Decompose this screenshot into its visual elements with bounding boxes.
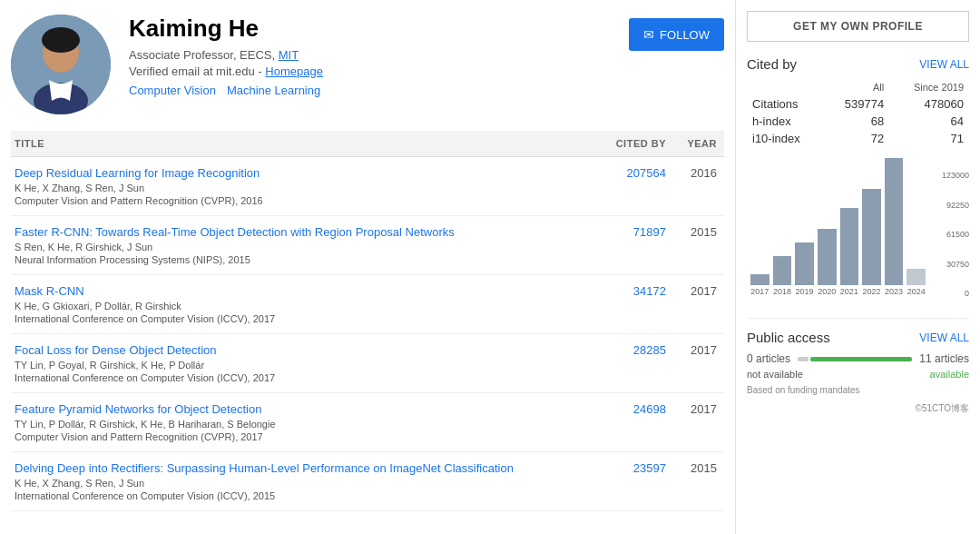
stats-row: Citations 539774 478060: [747, 95, 969, 113]
homepage-link[interactable]: Homepage: [265, 64, 323, 78]
tag-computer-vision[interactable]: Computer Vision: [129, 84, 216, 97]
stat-label: Citations: [747, 95, 824, 113]
profile-tags: Computer Vision Machine Learning: [129, 84, 323, 97]
table-header: TITLE CITED BY YEAR: [11, 131, 724, 157]
chart-bar[interactable]: [795, 242, 814, 285]
paper-authors: TY Lin, P Dollár, R Girshick, K He, B Ha…: [15, 419, 575, 430]
paper-authors: TY Lin, P Goyal, R Girshick, K He, P Dol…: [15, 360, 575, 371]
funding-note: Based on funding mandates: [747, 385, 969, 395]
stats-table: All Since 2019 Citations 539774 478060 h…: [747, 79, 969, 147]
paper-authors: K He, X Zhang, S Ren, J Sun: [15, 183, 575, 193]
chart-year-label: 2022: [862, 287, 881, 296]
y-label-mid1: 92250: [946, 201, 969, 210]
col-title-header: TITLE: [15, 138, 575, 149]
stat-label: i10-index: [747, 130, 824, 147]
table-row: Deep Residual Learning for Image Recogni…: [11, 157, 724, 216]
paper-title[interactable]: Delving Deep into Rectifiers: Surpassing…: [15, 461, 575, 475]
public-access-section: Public access VIEW ALL 0 articles 11 art…: [747, 318, 969, 415]
paper-title[interactable]: Deep Residual Learning for Image Recogni…: [15, 166, 575, 180]
col-cited-header: CITED BY: [575, 138, 666, 149]
institution-link[interactable]: MIT: [279, 48, 299, 62]
stat-all: 68: [824, 113, 889, 130]
paper-authors: S Ren, K He, R Girshick, J Sun: [15, 242, 575, 252]
get-profile-button[interactable]: GET MY OWN PROFILE: [747, 11, 969, 42]
table-row: Delving Deep into Rectifiers: Surpassing…: [11, 452, 724, 511]
stat-since: 64: [889, 113, 969, 130]
stats-row: i10-index 72 71: [747, 130, 969, 147]
paper-venue: International Conference on Computer Vis…: [15, 372, 575, 383]
access-bar-available: [810, 357, 912, 361]
paper-venue: International Conference on Computer Vis…: [15, 313, 575, 324]
bar-chart: 20172018201920202021202220232024 123000 …: [747, 158, 969, 303]
chart-bar[interactable]: [840, 208, 859, 285]
papers-table: TITLE CITED BY YEAR Deep Residual Learni…: [11, 131, 724, 511]
table-row: Faster R-CNN: Towards Real-Time Object D…: [11, 216, 724, 275]
chart-labels: 20172018201920202021202220232024: [747, 285, 929, 298]
access-bar-unavailable: [798, 357, 808, 361]
paper-title[interactable]: Feature Pyramid Networks for Object Dete…: [15, 402, 575, 416]
paper-cited[interactable]: 71897: [575, 225, 666, 239]
paper-cited[interactable]: 24698: [575, 402, 666, 416]
view-all-access-link[interactable]: VIEW ALL: [919, 331, 969, 344]
profile-left: Kaiming He Associate Professor, EECS, MI…: [11, 15, 323, 114]
left-panel: Kaiming He Associate Professor, EECS, MI…: [0, 0, 735, 534]
paper-title[interactable]: Focal Loss for Dense Object Detection: [15, 343, 575, 357]
paper-cited[interactable]: 28285: [575, 343, 666, 357]
chart-year-label: 2021: [840, 287, 859, 296]
chart-bar[interactable]: [906, 269, 926, 285]
access-bar-row: 0 articles 11 articles: [747, 352, 969, 365]
stats-row: h-index 68 64: [747, 113, 969, 130]
profile-title: Associate Professor, EECS, MIT: [129, 48, 323, 62]
available-label: available: [930, 369, 969, 380]
avatar: [11, 15, 111, 114]
stats-col-all: All: [824, 79, 889, 95]
chart-bar[interactable]: [818, 229, 837, 285]
chart-bar[interactable]: [885, 158, 904, 285]
paper-venue: International Conference on Computer Vis…: [15, 490, 575, 501]
profile-email: Verified email at mit.edu - Homepage: [129, 64, 323, 78]
table-row: Feature Pyramid Networks for Object Dete…: [11, 393, 724, 452]
access-labels: not available available: [747, 369, 969, 380]
paper-cited[interactable]: 207564: [575, 166, 666, 180]
chart-bar[interactable]: [750, 274, 769, 285]
stats-col-since: Since 2019: [889, 79, 969, 95]
y-label-min: 0: [965, 289, 969, 298]
paper-venue: Neural Information Processing Systems (N…: [15, 254, 575, 265]
profile-name: Kaiming He: [129, 15, 323, 43]
paper-venue: Computer Vision and Pattern Recognition …: [15, 431, 575, 442]
chart-year-label: 2024: [906, 287, 926, 296]
follow-button[interactable]: ✉ FOLLOW: [629, 18, 724, 51]
y-label-mid3: 30750: [946, 260, 969, 269]
stat-since: 478060: [889, 95, 969, 113]
stat-all: 539774: [824, 95, 889, 113]
right-panel: GET MY OWN PROFILE Cited by VIEW ALL All…: [735, 0, 980, 534]
chart-year-label: 2023: [885, 287, 904, 296]
papers-list: Deep Residual Learning for Image Recogni…: [11, 157, 724, 511]
tag-machine-learning[interactable]: Machine Learning: [227, 84, 320, 97]
view-all-citations-link[interactable]: VIEW ALL: [919, 58, 969, 71]
stats-col-label: [747, 79, 824, 95]
paper-title[interactable]: Mask R-CNN: [15, 284, 575, 298]
paper-venue: Computer Vision and Pattern Recognition …: [15, 195, 575, 206]
public-access-header: Public access VIEW ALL: [747, 330, 969, 345]
chart-year-label: 2020: [818, 287, 837, 296]
svg-point-2: [42, 27, 80, 53]
paper-cited[interactable]: 34172: [575, 284, 666, 298]
paper-year: 2017: [666, 402, 720, 416]
chart-bar[interactable]: [862, 189, 881, 285]
table-row: Focal Loss for Dense Object Detection TY…: [11, 334, 724, 393]
chart-year-label: 2019: [795, 287, 814, 296]
stat-all: 72: [824, 130, 889, 147]
chart-year-label: 2018: [773, 287, 792, 296]
paper-title[interactable]: Faster R-CNN: Towards Real-Time Object D…: [15, 225, 575, 239]
col-year-header: YEAR: [666, 138, 720, 149]
stat-label: h-index: [747, 113, 824, 130]
paper-year: 2017: [666, 284, 720, 298]
paper-authors: K He, G Gkioxari, P Dollár, R Girshick: [15, 301, 575, 312]
paper-authors: K He, X Zhang, S Ren, J Sun: [15, 478, 575, 489]
paper-cited[interactable]: 23597: [575, 461, 666, 475]
cited-by-header: Cited by VIEW ALL: [747, 56, 969, 72]
chart-bar[interactable]: [773, 256, 792, 285]
not-available-label: not available: [747, 369, 803, 380]
y-label-max: 123000: [942, 171, 969, 180]
